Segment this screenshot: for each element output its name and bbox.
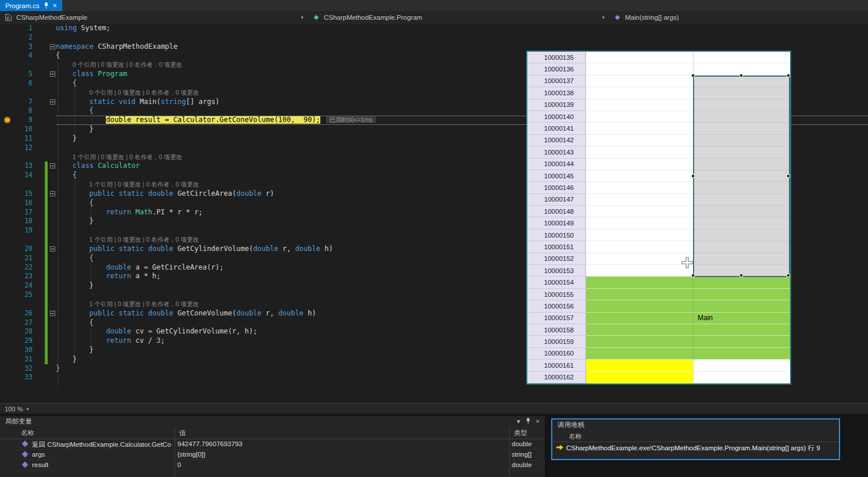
fold-margin[interactable] bbox=[48, 254, 56, 263]
memory-address-cell[interactable]: 10000146 bbox=[527, 182, 586, 193]
memory-cell[interactable] bbox=[693, 182, 790, 193]
collapse-box-icon[interactable] bbox=[50, 163, 55, 168]
memory-cell[interactable] bbox=[586, 217, 693, 229]
callstack-title-bar[interactable]: 调用堆栈 bbox=[552, 419, 839, 431]
memory-cell[interactable] bbox=[693, 194, 790, 206]
codelens-info[interactable]: 0 个引用 | 0 项更改 | 0 名作者，0 项更改 bbox=[73, 61, 183, 68]
memory-address-cell[interactable]: 10000161 bbox=[527, 360, 586, 371]
memory-cell[interactable] bbox=[693, 360, 790, 371]
variable-row[interactable]: 返回 CSharpMethodExample.Calculator.GetCo9… bbox=[0, 439, 545, 450]
memory-cell[interactable] bbox=[693, 135, 790, 146]
memory-cell[interactable] bbox=[693, 99, 790, 111]
fold-margin[interactable] bbox=[48, 208, 56, 217]
breakpoint-gutter[interactable] bbox=[0, 318, 15, 328]
pin-icon[interactable] bbox=[526, 418, 531, 425]
breakpoint-gutter[interactable] bbox=[0, 116, 15, 125]
memory-cell[interactable] bbox=[693, 76, 790, 87]
fold-margin[interactable] bbox=[48, 235, 56, 245]
memory-address-cell[interactable]: 10000149 bbox=[527, 217, 586, 229]
memory-cell[interactable] bbox=[693, 289, 790, 300]
memory-cell[interactable] bbox=[586, 241, 693, 253]
column-header-name[interactable]: 名称 bbox=[21, 429, 34, 437]
breakpoint-gutter[interactable] bbox=[0, 208, 15, 217]
memory-address-cell[interactable]: 10000154 bbox=[527, 277, 586, 288]
memory-address-cell[interactable]: 10000155 bbox=[527, 289, 586, 300]
collapse-box-icon[interactable] bbox=[50, 246, 55, 252]
codelens-info[interactable]: 0 个引用 | 0 项更改 | 0 名作者，0 项更改 bbox=[90, 89, 199, 96]
memory-address-cell[interactable]: 10000136 bbox=[527, 63, 586, 75]
fold-margin[interactable] bbox=[48, 171, 56, 180]
fold-margin[interactable] bbox=[48, 346, 56, 355]
breakpoint-gutter[interactable] bbox=[0, 327, 15, 336]
fold-margin[interactable] bbox=[48, 245, 56, 254]
memory-cell[interactable] bbox=[586, 194, 693, 206]
fold-margin[interactable] bbox=[48, 272, 56, 281]
breakpoint-gutter[interactable] bbox=[0, 346, 15, 355]
fold-margin[interactable] bbox=[48, 125, 56, 134]
code-line[interactable]: 1using System; bbox=[0, 24, 868, 33]
memory-cell[interactable] bbox=[586, 170, 693, 182]
breakpoint-gutter[interactable] bbox=[0, 33, 15, 42]
breakpoint-gutter[interactable] bbox=[0, 134, 15, 144]
memory-cell[interactable] bbox=[586, 182, 693, 193]
breakpoint-gutter[interactable] bbox=[0, 235, 15, 245]
memory-cell[interactable] bbox=[586, 99, 693, 111]
codelens-info[interactable]: 1 个引用 | 0 项更改 | 0 名作者，0 项更改 bbox=[73, 153, 183, 160]
memory-cell[interactable]: Main bbox=[693, 313, 790, 324]
memory-address-cell[interactable]: 10000138 bbox=[527, 87, 586, 99]
memory-cell[interactable] bbox=[586, 76, 693, 87]
project-dropdown[interactable]: # CSharpMethodExample ▾ bbox=[0, 11, 308, 24]
fold-margin[interactable] bbox=[48, 300, 56, 309]
memory-cell[interactable] bbox=[693, 170, 790, 182]
memory-address-cell[interactable]: 10000162 bbox=[527, 372, 586, 383]
fold-margin[interactable] bbox=[48, 33, 56, 42]
breakpoint-gutter[interactable] bbox=[0, 309, 15, 318]
fold-margin[interactable] bbox=[48, 180, 56, 189]
zoom-control[interactable]: 100 % ▾ bbox=[5, 406, 29, 413]
fold-margin[interactable] bbox=[48, 355, 56, 364]
breakpoint-gutter[interactable] bbox=[0, 217, 15, 226]
breakpoint-gutter[interactable] bbox=[0, 336, 15, 346]
memory-cell[interactable] bbox=[586, 229, 693, 241]
fold-margin[interactable] bbox=[48, 134, 56, 144]
fold-margin[interactable] bbox=[48, 189, 56, 199]
variable-row[interactable]: result0double bbox=[0, 460, 545, 471]
memory-address-cell[interactable]: 10000150 bbox=[527, 229, 586, 241]
memory-cell[interactable] bbox=[586, 123, 693, 134]
memory-cell[interactable] bbox=[586, 277, 693, 288]
memory-cell[interactable] bbox=[693, 111, 790, 123]
type-dropdown[interactable]: CSharpMethodExample.Program ▾ bbox=[308, 11, 609, 24]
breakpoint-gutter[interactable] bbox=[0, 290, 15, 300]
column-header-name[interactable]: 名称 bbox=[569, 432, 582, 441]
memory-cell[interactable] bbox=[586, 159, 693, 170]
fold-margin[interactable] bbox=[48, 116, 56, 125]
code-text[interactable] bbox=[56, 33, 868, 42]
memory-cell[interactable] bbox=[693, 324, 790, 336]
memory-cell[interactable] bbox=[693, 348, 790, 360]
fold-margin[interactable] bbox=[48, 263, 56, 272]
memory-address-cell[interactable]: 10000141 bbox=[527, 123, 586, 134]
memory-address-cell[interactable]: 10000144 bbox=[527, 159, 586, 170]
locals-title-bar[interactable]: 局部变量 ▾ × bbox=[0, 416, 545, 427]
breakpoint-gutter[interactable] bbox=[0, 42, 15, 52]
column-divider[interactable] bbox=[509, 427, 510, 477]
memory-address-cell[interactable]: 10000137 bbox=[527, 76, 586, 87]
breakpoint-gutter[interactable] bbox=[0, 51, 15, 60]
breakpoint-gutter[interactable] bbox=[0, 79, 15, 88]
fold-margin[interactable] bbox=[48, 336, 56, 346]
column-divider[interactable] bbox=[174, 427, 175, 477]
memory-address-cell[interactable]: 10000159 bbox=[527, 336, 586, 347]
breakpoint-gutter[interactable] bbox=[0, 144, 15, 153]
memory-cell[interactable] bbox=[586, 253, 693, 265]
breakpoint-gutter[interactable] bbox=[0, 24, 15, 33]
close-icon[interactable]: × bbox=[536, 418, 540, 425]
memory-cell[interactable] bbox=[693, 217, 790, 229]
memory-address-cell[interactable]: 10000160 bbox=[527, 348, 586, 360]
fold-margin[interactable] bbox=[48, 88, 56, 98]
memory-address-cell[interactable]: 10000139 bbox=[527, 99, 586, 111]
memory-cell[interactable] bbox=[586, 360, 693, 371]
memory-address-cell[interactable]: 10000158 bbox=[527, 324, 586, 336]
breakpoint-gutter[interactable] bbox=[0, 189, 15, 199]
memory-cell[interactable] bbox=[693, 372, 790, 383]
memory-cell[interactable] bbox=[693, 206, 790, 217]
